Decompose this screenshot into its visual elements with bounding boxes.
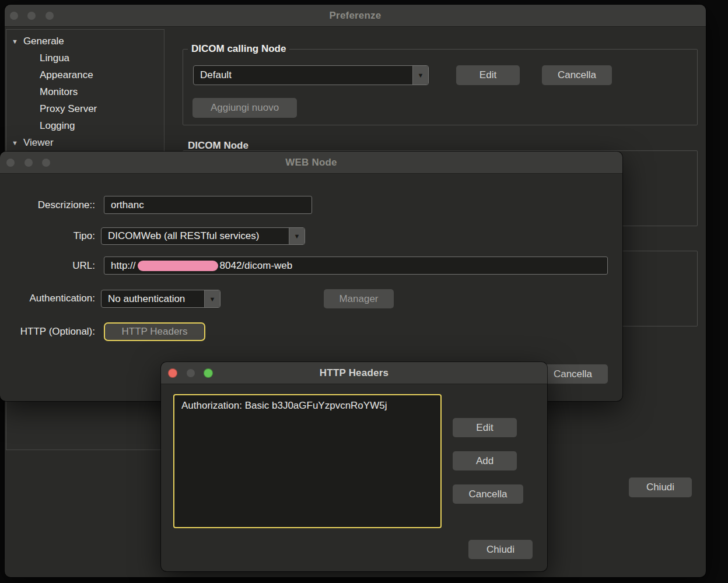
sidebar-item-monitors[interactable]: Monitors <box>6 85 163 100</box>
chevron-down-icon: ▼ <box>204 290 220 307</box>
edit-button[interactable]: Edit <box>453 418 517 437</box>
edit-button[interactable]: Edit <box>456 65 520 85</box>
type-select[interactable]: DICOMWeb (all RESTful services) ▼ <box>101 227 305 245</box>
disclosure-triangle-icon[interactable]: ▼ <box>12 139 18 146</box>
zoom-icon[interactable] <box>45 11 54 20</box>
sidebar-item-label: Proxy Server <box>40 103 97 115</box>
window-title: WEB Node <box>0 152 622 174</box>
minimize-icon[interactable] <box>27 11 36 20</box>
select-value: DICOMWeb (all RESTful services) <box>102 228 289 244</box>
url-prefix: http:// <box>111 260 136 272</box>
desktop: Preferenze ▼ Generale Lingua Appearance … <box>0 0 728 583</box>
window-title: HTTP Headers <box>161 362 547 384</box>
sidebar-item-label: Appearance <box>40 69 93 81</box>
sidebar-item-lingua[interactable]: Lingua <box>6 51 163 66</box>
chevron-down-icon: ▼ <box>289 228 304 244</box>
sidebar-item-appearance[interactable]: Appearance <box>6 68 163 83</box>
web-node-titlebar[interactable]: WEB Node <box>0 152 622 174</box>
close-icon[interactable] <box>6 158 15 167</box>
close-button[interactable]: Chiudi <box>468 540 533 559</box>
add-new-button[interactable]: Aggiungi nuovo <box>192 98 297 118</box>
add-button[interactable]: Add <box>453 451 517 470</box>
delete-button[interactable]: Cancella <box>453 484 523 504</box>
sidebar-item-logging[interactable]: Logging <box>6 118 163 134</box>
zoom-icon[interactable] <box>204 368 213 378</box>
minimize-icon[interactable] <box>186 368 195 378</box>
http-headers-titlebar[interactable]: HTTP Headers <box>161 362 547 384</box>
description-label: Descrizione:: <box>0 199 95 212</box>
description-input[interactable]: orthanc <box>104 196 312 214</box>
calling-node-select[interactable]: Default ▼ <box>193 65 429 85</box>
redaction-blob <box>138 261 218 271</box>
http-headers-dialog: HTTP Headers Authorization: Basic b3J0aG… <box>161 362 547 571</box>
chevron-down-icon: ▼ <box>412 66 428 85</box>
url-input[interactable]: http://8042/dicom-web <box>104 257 608 275</box>
sidebar-item-generale[interactable]: ▼ Generale <box>6 34 163 49</box>
preferences-titlebar[interactable]: Preferenze <box>5 5 706 27</box>
type-label: Tipo: <box>0 230 95 243</box>
http-optional-label: HTTP (Optional): <box>0 325 95 338</box>
delete-button[interactable]: Cancella <box>542 65 612 85</box>
authentication-select[interactable]: No authentication ▼ <box>101 290 220 308</box>
close-icon[interactable] <box>9 11 19 20</box>
sidebar-item-label: Lingua <box>40 52 69 64</box>
sidebar-item-proxy-server[interactable]: Proxy Server <box>6 101 163 117</box>
dicom-node-group-title: DICOM Node <box>188 140 249 152</box>
close-icon[interactable] <box>168 368 177 378</box>
header-list-item[interactable]: Authorization: Basic b3J0aGFuYzpvcnRoYW5… <box>174 395 440 412</box>
url-suffix: 8042/dicom-web <box>220 260 293 272</box>
description-value: orthanc <box>111 199 144 211</box>
sidebar-item-label: Generale <box>23 36 64 47</box>
http-headers-button[interactable]: HTTP Headers <box>104 322 205 341</box>
sidebar-item-label: Logging <box>40 120 75 132</box>
select-value: No authentication <box>102 290 204 307</box>
zoom-icon[interactable] <box>41 158 51 167</box>
cancel-button[interactable]: Cancella <box>538 364 608 384</box>
authentication-label: Authentication: <box>0 292 95 305</box>
window-title: Preferenze <box>5 5 706 27</box>
disclosure-triangle-icon[interactable]: ▼ <box>12 38 18 45</box>
sidebar-item-label: Monitors <box>40 86 78 98</box>
headers-list[interactable]: Authorization: Basic b3J0aGFuYzpvcnRoYW5… <box>173 394 442 528</box>
dicom-calling-node-group: DICOM calling Node Default ▼ Edit Cancel… <box>183 49 698 125</box>
sidebar-item-viewer[interactable]: ▼ Viewer <box>6 135 163 150</box>
group-title: DICOM calling Node <box>188 43 289 55</box>
select-value: Default <box>194 66 412 85</box>
manager-button[interactable]: Manager <box>324 289 394 308</box>
url-label: URL: <box>0 259 95 272</box>
sidebar-item-label: Viewer <box>23 137 54 149</box>
minimize-icon[interactable] <box>24 158 33 167</box>
close-button[interactable]: Chiudi <box>629 477 692 497</box>
